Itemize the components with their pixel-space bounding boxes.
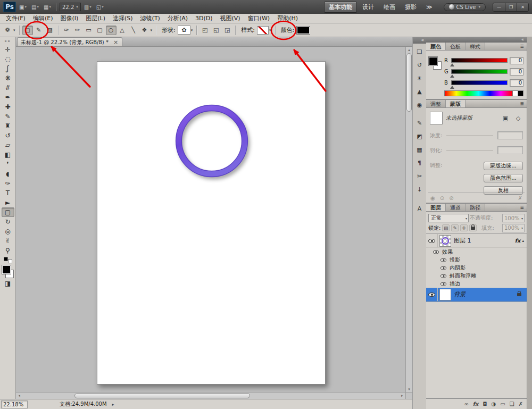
rotate-3d-tool[interactable]: ↻ (2, 217, 14, 227)
workspace-essentials[interactable]: 基本功能 (324, 2, 357, 13)
visibility-eye-icon[interactable] (433, 250, 439, 254)
panel-menu-icon[interactable]: ≣ (520, 44, 527, 49)
visibility-eye-icon[interactable] (440, 266, 446, 270)
menu-select[interactable]: 选择(S) (109, 14, 137, 22)
arrange-documents-icon[interactable]: ▥▾ (82, 2, 93, 12)
lock-transparent-icon[interactable]: ▨ (442, 224, 450, 231)
background-thumbnail[interactable] (439, 289, 451, 301)
zoom-tool[interactable]: ⚲ (2, 246, 14, 255)
actions-panel-icon[interactable]: ✂ (414, 171, 426, 181)
scroll-down-icon[interactable]: ▾ (406, 386, 412, 392)
default-colors-icon[interactable] (4, 257, 12, 263)
character-panel-icon[interactable]: A (414, 203, 426, 214)
minimize-button[interactable]: — (493, 3, 505, 11)
menu-filter[interactable]: 滤镜(T) (137, 14, 164, 22)
notes-panel-icon[interactable]: ↓ (414, 184, 426, 195)
delete-layer-icon[interactable]: ✗ (519, 401, 523, 407)
close-icon[interactable]: × (113, 39, 118, 46)
type-tool[interactable]: T (2, 188, 14, 198)
visibility-eye-icon[interactable] (440, 258, 446, 262)
workspace-design[interactable]: 设计 (358, 2, 378, 12)
menu-layer[interactable]: 图层(L) (82, 14, 109, 22)
menu-edit[interactable]: 编辑(E) (29, 14, 57, 22)
blue-value-field[interactable]: 0 (510, 79, 523, 87)
red-value-field[interactable]: 0 (510, 57, 523, 64)
brush-panel-icon[interactable]: ✎ (414, 118, 426, 128)
scrollbar-thumb[interactable] (406, 53, 412, 112)
menu-analysis[interactable]: 分析(A) (164, 14, 192, 22)
fill-pixels-mode-icon[interactable]: ▨ (45, 26, 55, 35)
tab-layers[interactable]: 图层 (426, 204, 446, 211)
layer1-thumbnail[interactable] (439, 235, 451, 247)
vertical-scrollbar[interactable]: ▴ ▾ (405, 47, 412, 392)
dodge-tool[interactable]: ◖ (2, 169, 14, 179)
style-picker[interactable] (257, 26, 269, 35)
shape-tool[interactable]: ▢ (2, 207, 14, 217)
custom-shape-picker[interactable]: ✿ (178, 26, 190, 35)
mini-bridge-panel-icon[interactable]: ❏ (414, 46, 426, 57)
panel-menu-icon[interactable]: ≣ (520, 205, 527, 210)
blend-mode-select[interactable]: 正常 ▾ (428, 214, 469, 222)
restore-button[interactable]: ❐ (505, 3, 517, 11)
lock-all-icon[interactable] (469, 224, 477, 231)
intersect-shape-area-icon[interactable]: ◲ (222, 26, 232, 35)
document-canvas[interactable] (97, 61, 326, 385)
menu-view[interactable]: 视图(V) (217, 14, 244, 22)
panel-menu-icon[interactable]: ≣ (520, 101, 527, 106)
lock-pixels-icon[interactable]: ✎ (451, 224, 459, 231)
link-layers-icon[interactable]: ∞ (464, 401, 468, 407)
ellipse-tool-icon[interactable]: ○ (106, 26, 117, 35)
scroll-right-icon[interactable]: ▸ (399, 393, 405, 399)
visibility-eye-icon[interactable] (428, 239, 435, 243)
layer-row-layer1[interactable]: 图层 1 fx ▴ (426, 234, 527, 248)
color-range-button[interactable]: 颜色范围... (484, 174, 523, 182)
color-spectrum-ramp[interactable] (444, 90, 523, 96)
workspace-photography[interactable]: 摄影 (401, 2, 421, 12)
new-group-icon[interactable]: ▭ (500, 401, 505, 407)
orbit-3d-tool[interactable]: ◎ (2, 227, 14, 236)
quick-selection-tool[interactable]: ❋ (2, 73, 14, 83)
foreground-color-swatch[interactable] (429, 57, 437, 65)
foreground-color-swatch[interactable] (2, 265, 11, 274)
tab-paths[interactable]: 路径 (466, 204, 485, 211)
status-zoom-field[interactable]: 22.18% (1, 400, 28, 408)
layer-effect-row[interactable]: 投影 (426, 256, 527, 264)
shape-color-swatch[interactable] (296, 26, 310, 35)
visibility-eye-icon[interactable] (428, 293, 435, 297)
layer-style-icon[interactable]: fx (473, 401, 479, 407)
history-brush-tool[interactable]: ↺ (2, 131, 14, 140)
quick-mask-button[interactable]: ◨ (2, 279, 14, 288)
zoom-level-select[interactable]: 22.2 ▾ (60, 3, 81, 11)
custom-shape-tool-icon[interactable]: ❖ (139, 26, 150, 35)
layer-comps-panel-icon[interactable]: ▦ (414, 144, 426, 155)
horizontal-scrollbar[interactable]: ◂ ▸ (16, 392, 405, 399)
green-value-field[interactable]: 0 (510, 68, 523, 76)
cs-live-button[interactable]: CS Live ▾ (444, 3, 486, 11)
path-selection-tool[interactable]: ► (2, 198, 14, 207)
tab-masks[interactable]: 蒙版 (446, 100, 466, 107)
red-slider[interactable] (451, 58, 508, 63)
new-layer-icon[interactable]: ❏ (510, 401, 514, 407)
rectangle-tool-icon[interactable]: ▭ (84, 26, 94, 35)
visibility-eye-icon[interactable] (440, 274, 446, 278)
paths-mode-icon[interactable]: ✎ (34, 26, 44, 35)
green-slider[interactable] (451, 69, 508, 74)
layer-effect-row[interactable]: 内阴影 (426, 264, 527, 272)
spot-healing-brush-tool[interactable]: ✚ (2, 102, 14, 112)
close-button[interactable]: ✕ (517, 3, 528, 11)
layer-name[interactable]: 背景 (454, 290, 466, 298)
lasso-tool[interactable]: ʆ (2, 64, 14, 73)
styles-panel-icon[interactable]: ▲ (414, 86, 426, 97)
menu-window[interactable]: 窗口(W) (244, 14, 273, 22)
rounded-rectangle-tool-icon[interactable]: ▢ (95, 26, 105, 35)
mask-edge-button[interactable]: 蒙版边缘... (484, 162, 523, 170)
add-pixel-mask-icon[interactable]: ▣ (501, 114, 510, 122)
line-tool-icon[interactable]: ╲ (128, 26, 139, 35)
lock-position-icon[interactable]: ✛ (460, 224, 468, 231)
clone-stamp-tool[interactable]: ♜ (2, 121, 14, 131)
crop-tool[interactable]: # (2, 83, 14, 93)
chevron-right-icon[interactable]: ▸ (112, 402, 114, 407)
add-vector-mask-icon[interactable]: ◇ (513, 114, 523, 122)
effects-group-row[interactable]: 效果 (426, 248, 527, 256)
canvas-area[interactable] (16, 47, 405, 392)
